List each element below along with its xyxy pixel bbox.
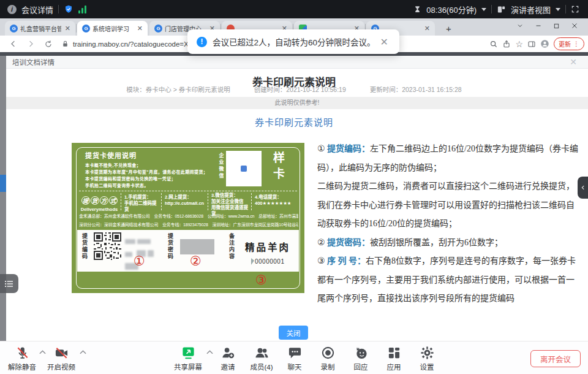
video-options-chevron[interactable] (80, 350, 86, 354)
tab-close-icon[interactable]: ✕ (423, 25, 431, 32)
tab-favicon: G (82, 25, 90, 32)
card-footer-line2: 深圳分公司：深圳金禾通网络技术有限公司 业务专线：18923475028 深圳地… (79, 221, 298, 227)
view-mode-label[interactable]: 演讲者视图 (511, 4, 551, 15)
update-dots-icon: ⋮ (573, 40, 579, 47)
new-tab-button[interactable]: + (446, 23, 451, 34)
bookmark-star-icon[interactable]: ☆ (515, 39, 523, 49)
meeting-notification: ! 会议已超过2人，自动转为60分钟限时会议。 ✕ (187, 29, 399, 54)
marker-2: ② (190, 254, 202, 267)
mic-off-icon (15, 346, 29, 360)
cursor-icon (251, 258, 254, 265)
security-shield-icon[interactable] (64, 4, 74, 14)
pickup-code-label: 提货编码 (81, 233, 89, 260)
zoom-icon[interactable] (489, 40, 498, 48)
profile-avatar-icon[interactable] (540, 39, 549, 48)
sample-label: 样卡 (270, 151, 286, 183)
record-icon (321, 346, 335, 360)
chat-icon (288, 346, 302, 360)
pickup-password-label: 提货密码 (167, 233, 175, 260)
explain-paragraph-4: ③ 序 列 号：右下角8位数字，序列号是连号的有序数字，每一张券卡都有一个序列号… (317, 252, 581, 308)
tab-close-icon[interactable]: ✕ (136, 25, 144, 32)
tab-favicon: G (10, 25, 18, 32)
note-content-label: 备注内容 (228, 233, 236, 260)
members-icon (255, 346, 269, 360)
product-name: 精品羊肉 (245, 240, 290, 253)
maximize-icon[interactable] (553, 23, 560, 29)
wechat-qr-logo (240, 165, 247, 172)
panel-header: 培训文档详情 ✕ (6, 56, 588, 69)
settings-button[interactable]: 设置 (405, 346, 448, 372)
shared-page: 培训文档详情 ✕ 券卡印刷元素说明 模块：券卡中心 > 券卡印刷元素说明 创建时… (0, 56, 588, 341)
catalog-toggle-button[interactable] (0, 274, 18, 293)
camera-off-icon (55, 346, 69, 360)
notification-text: 会议已超过2人，自动转为60分钟限时会议。 (213, 36, 375, 48)
meta-module: 模块：券卡中心 > 券卡印刷元素说明 (126, 86, 230, 93)
network-signal-icon[interactable] (78, 6, 86, 13)
tab-search-chevron-icon[interactable] (516, 22, 524, 29)
meeting-window: i 会议详情 08:36(60分钟) 演讲者视图 G 礼盒营销平台管理中心 ✕ … (0, 0, 588, 374)
share-screen-icon (181, 346, 195, 360)
tab-close-icon[interactable]: ✕ (64, 25, 72, 32)
method-4: 4.电话提货：400★★★★★★★ (255, 194, 299, 207)
meeting-info-icon[interactable]: i (7, 5, 17, 14)
meeting-timer[interactable]: 08:36(60分钟) (426, 4, 477, 15)
card-usage-title: 提货卡使用说明 (85, 150, 137, 160)
wechat-label: 企业微信 (217, 153, 224, 180)
method-separator (251, 193, 252, 210)
window-controls (516, 22, 578, 29)
browser-tab-2-active[interactable]: G 系统培训学习 ✕ (77, 21, 148, 36)
list-icon (4, 280, 14, 288)
forward-icon[interactable] (26, 39, 36, 48)
notification-close-icon[interactable]: ✕ (380, 36, 388, 48)
fullscreen-icon[interactable] (571, 5, 579, 13)
meta-created: 创建时间：2021-10-12 10:56:19 (254, 86, 346, 93)
panel-title: 培训文档详情 (12, 57, 55, 67)
meeting-toolbar: 解除静音 开启视频 共享屏幕 (0, 341, 588, 374)
meeting-panel-toggle[interactable] (578, 177, 588, 199)
chrome-update-button[interactable]: 更新⋮ (554, 37, 584, 50)
explanation-text: ① 提货编码：左下角二维码边上的16位/20位数字为提货编码（券卡编码），此编码… (317, 140, 581, 308)
lock-icon[interactable] (61, 40, 69, 48)
sample-card-image: 提货卡使用说明 本卡概不挂失,不兑换现金； 本卡提货期为本年度“月中旬至”月底，… (72, 143, 304, 293)
apps-grid-icon (387, 346, 401, 360)
close-document-button[interactable]: 关闭 (279, 326, 308, 340)
back-icon[interactable] (9, 39, 18, 48)
leave-meeting-button[interactable]: 离开会议 (530, 350, 581, 367)
card-footer-line1: 金禾通总部：苏州金禾通软件有限公司 业务专线：0512-68636028 公司网… (79, 213, 298, 219)
refresh-icon[interactable] (44, 40, 53, 48)
close-window-icon[interactable] (571, 22, 578, 29)
share-icon[interactable] (502, 40, 511, 48)
browser-tab-1[interactable]: G 礼盒营销平台管理中心 ✕ (5, 21, 75, 36)
card-usage-line: 本卡提货编码和提货密码为兑换的唯一凭证； (85, 175, 176, 181)
card-usage-line: 本卡概不挂失,不兑换现金； (85, 162, 141, 168)
meeting-topbar: i 会议详情 08:36(60分钟) 演讲者视图 (0, 0, 588, 18)
notification-info-icon: ! (197, 37, 207, 47)
share-screen-button[interactable]: 共享屏幕 (167, 346, 209, 372)
timer-dropdown-icon[interactable] (481, 8, 486, 11)
method-1: 1.手机提货：手机拍二维码提货 (124, 194, 159, 213)
hourglass-icon (413, 5, 421, 13)
notice-banner: 此说明仅供参考! (6, 97, 588, 109)
chevron-left-icon (580, 184, 586, 191)
view-dropdown-icon[interactable] (556, 8, 560, 11)
layout-view-icon (497, 5, 506, 14)
panel-close-icon[interactable]: ✕ (570, 58, 577, 66)
serial-number: 00000001 (251, 258, 285, 265)
method-separator (208, 193, 208, 210)
start-video-button[interactable]: 开启视频 (40, 346, 83, 372)
method-separator (161, 193, 162, 210)
card-dashed-divider (79, 191, 297, 191)
invite-person-icon (221, 346, 235, 360)
reaction-smiley-icon (354, 346, 368, 360)
minimize-icon[interactable] (535, 22, 542, 29)
meeting-detail-label[interactable]: 会议详情 (21, 4, 53, 15)
explain-paragraph-2: 二维码为提货二维码，消费者可以直接扫这个二维码进行兑换提货，我们在券卡中心进行券… (317, 177, 581, 234)
method-separator (121, 193, 121, 210)
unmute-button[interactable]: 解除静音 (1, 346, 43, 372)
explain-paragraph-3: ② 提货密码：被刮刮银所覆盖，刮开为6位数字； (317, 234, 581, 253)
divider (58, 5, 59, 13)
pickup-qr-code (94, 232, 121, 260)
section-heading: 券卡印刷元素说明 (0, 115, 588, 128)
marker-1: ① (134, 254, 145, 267)
side-panel-icon[interactable] (527, 40, 536, 48)
